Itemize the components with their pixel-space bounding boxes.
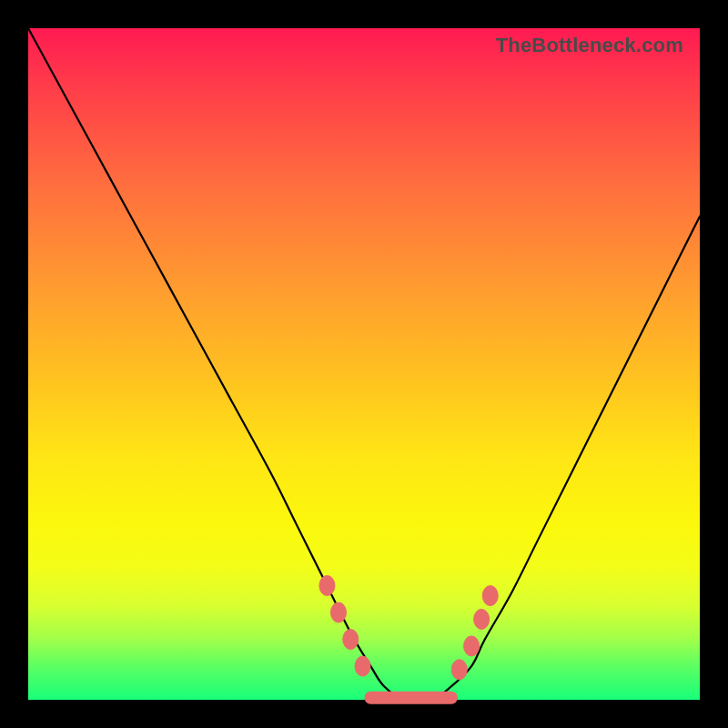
chart-svg: [28, 28, 700, 700]
chart-frame: TheBottleneck.com: [0, 0, 728, 728]
curve-marker: [355, 656, 370, 676]
curve-markers: [319, 576, 498, 680]
curve-marker: [464, 636, 480, 656]
curve-marker: [474, 609, 490, 629]
plot-area: TheBottleneck.com: [28, 28, 700, 700]
curve-marker: [319, 576, 335, 596]
curve-marker: [343, 630, 359, 650]
curve-marker: [451, 660, 467, 680]
curve-marker: [482, 586, 498, 606]
curve-marker: [330, 602, 346, 622]
bottleneck-curve: [28, 28, 700, 702]
